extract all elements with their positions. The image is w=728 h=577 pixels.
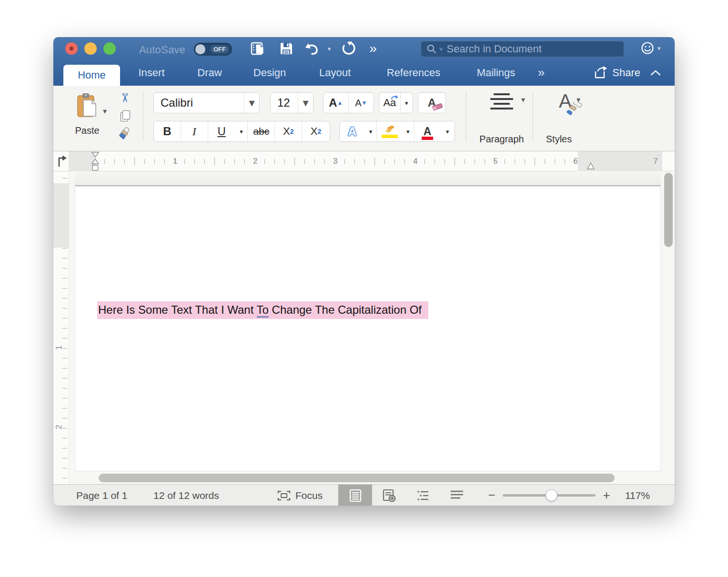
feedback-menu[interactable]: ▾ bbox=[640, 41, 661, 55]
document-text-line[interactable]: Here Is Some Text That I Want To Change … bbox=[97, 303, 428, 317]
underline-menu-chevron-icon[interactable]: ▾ bbox=[235, 121, 248, 141]
chevron-down-icon[interactable]: ▾ bbox=[298, 93, 313, 113]
vertical-ruler: 1 2 bbox=[53, 171, 69, 484]
clear-formatting-cell[interactable]: A bbox=[418, 93, 445, 113]
print-layout-view-button[interactable] bbox=[338, 485, 372, 506]
autosave-toggle[interactable]: OFF bbox=[194, 43, 232, 56]
search-box[interactable]: ˅ bbox=[421, 41, 624, 57]
zoom-out-button[interactable]: − bbox=[485, 488, 499, 503]
cut-button[interactable]: ✂ bbox=[117, 90, 132, 105]
outline-view-button[interactable] bbox=[406, 485, 440, 506]
indent-markers[interactable] bbox=[91, 151, 100, 171]
more-commands-button[interactable]: » bbox=[362, 39, 384, 58]
zoom-percentage[interactable]: 117% bbox=[625, 485, 650, 506]
font-style-group: B I U ▾ abc X2 X2 bbox=[153, 121, 330, 142]
redo-icon bbox=[341, 40, 357, 57]
font-color-chevron-icon[interactable]: ▾ bbox=[440, 121, 455, 141]
paragraph-chevron-icon[interactable]: ▾ bbox=[521, 95, 525, 104]
minimize-button[interactable] bbox=[84, 42, 97, 55]
share-icon[interactable] bbox=[593, 66, 607, 80]
tab-draw[interactable]: Draw bbox=[197, 60, 222, 86]
collapse-ribbon-icon[interactable] bbox=[650, 69, 661, 77]
toggle-knob bbox=[195, 44, 205, 54]
tab-design[interactable]: Design bbox=[253, 60, 286, 86]
desktop: AutoSave OFF ▾ bbox=[0, 0, 728, 577]
grow-font-button[interactable]: A▲ bbox=[324, 93, 349, 113]
print-layout-icon bbox=[349, 489, 362, 502]
styles-chevron-icon[interactable]: ▾ bbox=[576, 95, 580, 104]
chevron-down-icon[interactable]: ▾ bbox=[244, 93, 259, 113]
word-window: AutoSave OFF ▾ bbox=[53, 37, 675, 506]
undo-menu-button[interactable]: ▾ bbox=[323, 39, 335, 58]
zoom-window-button[interactable] bbox=[103, 42, 116, 55]
word-count[interactable]: 12 of 12 words bbox=[153, 485, 219, 506]
font-size-combo[interactable]: 12 ▾ bbox=[270, 92, 313, 113]
strikethrough-button[interactable]: abc bbox=[248, 121, 275, 141]
save-icon bbox=[279, 41, 293, 56]
change-case-cell[interactable]: Aa bbox=[379, 93, 401, 113]
copy-button[interactable] bbox=[117, 109, 132, 123]
format-painter-button[interactable] bbox=[117, 127, 132, 141]
text-effects-chevron-icon[interactable]: ▾ bbox=[365, 121, 377, 141]
zoom-in-button[interactable]: + bbox=[599, 488, 614, 503]
tab-home[interactable]: Home bbox=[63, 65, 120, 86]
tab-overflow-button[interactable]: » bbox=[538, 60, 545, 86]
search-input[interactable] bbox=[447, 43, 619, 55]
status-bar: Page 1 of 1 12 of 12 words Focus − bbox=[53, 484, 675, 506]
clear-formatting-button[interactable]: A bbox=[418, 92, 446, 113]
highlighter-icon bbox=[383, 127, 397, 136]
undo-button[interactable] bbox=[301, 39, 323, 58]
bold-button[interactable]: B bbox=[154, 121, 181, 141]
ruler-number: 7 bbox=[653, 151, 657, 171]
page[interactable]: Here Is Some Text That I Want To Change … bbox=[75, 187, 661, 471]
draft-view-button[interactable] bbox=[440, 485, 474, 506]
search-scope-chevron-icon[interactable]: ˅ bbox=[439, 46, 443, 53]
shrink-font-button[interactable]: A▼ bbox=[349, 93, 374, 113]
font-color-group: A ▾ ▾ A ▾ bbox=[339, 121, 455, 142]
grammar-flagged-word[interactable]: To bbox=[257, 303, 269, 318]
change-case-button[interactable]: Aa ▾ bbox=[379, 92, 413, 113]
focus-label: Focus bbox=[295, 485, 323, 506]
redo-button[interactable] bbox=[335, 39, 362, 58]
zoom-slider-thumb[interactable] bbox=[546, 489, 557, 501]
print-layout-button[interactable] bbox=[244, 39, 272, 58]
text-effects-button[interactable]: A bbox=[340, 121, 365, 141]
document-layout-icon bbox=[250, 41, 265, 56]
share-label[interactable]: Share bbox=[612, 67, 640, 79]
triangle-down-icon: ▼ bbox=[361, 99, 367, 106]
web-layout-view-button[interactable] bbox=[372, 485, 406, 506]
focus-button[interactable]: Focus bbox=[277, 485, 323, 506]
highlight-chevron-icon[interactable]: ▾ bbox=[402, 121, 415, 141]
zoom-slider[interactable] bbox=[503, 494, 596, 497]
vertical-scrollbar-thumb[interactable] bbox=[664, 173, 673, 247]
sentence-after: Change The Capitalization Of bbox=[269, 303, 422, 316]
tab-stop-icon bbox=[55, 154, 69, 169]
highlighted-sentence[interactable]: Here Is Some Text That I Want To Change … bbox=[97, 301, 428, 319]
page-top-boundary[interactable] bbox=[75, 173, 661, 186]
tab-selector[interactable] bbox=[53, 151, 69, 171]
smiley-icon bbox=[640, 41, 655, 55]
autosave-state: OFF bbox=[211, 45, 229, 53]
tab-insert[interactable]: Insert bbox=[138, 60, 164, 86]
close-button[interactable] bbox=[65, 42, 78, 55]
italic-button[interactable]: I bbox=[181, 121, 208, 141]
paste-menu-chevron-icon[interactable]: ▾ bbox=[103, 107, 107, 116]
horizontal-scrollbar-thumb[interactable] bbox=[99, 474, 615, 482]
tab-mailings[interactable]: Mailings bbox=[477, 60, 516, 86]
page-indicator[interactable]: Page 1 of 1 bbox=[76, 485, 127, 506]
underline-button[interactable]: U bbox=[208, 121, 235, 141]
superscript-button[interactable]: X2 bbox=[302, 121, 330, 141]
chevron-down-icon[interactable]: ▾ bbox=[401, 93, 413, 113]
paragraph-group[interactable]: ▾ Paragraph bbox=[475, 86, 528, 151]
right-indent-marker[interactable] bbox=[586, 151, 595, 171]
subscript-button[interactable]: X2 bbox=[275, 121, 302, 141]
group-divider bbox=[143, 91, 143, 141]
highlight-button[interactable] bbox=[377, 121, 402, 141]
tab-references[interactable]: References bbox=[387, 60, 441, 86]
save-button[interactable] bbox=[272, 39, 301, 58]
font-name-combo[interactable]: Calibri ▾ bbox=[153, 92, 260, 113]
paste-button[interactable]: ▾ Paste bbox=[67, 90, 108, 140]
font-color-button[interactable]: A bbox=[415, 121, 441, 141]
tab-layout[interactable]: Layout bbox=[319, 60, 351, 86]
styles-group[interactable]: A ▾ Styles bbox=[537, 86, 580, 151]
